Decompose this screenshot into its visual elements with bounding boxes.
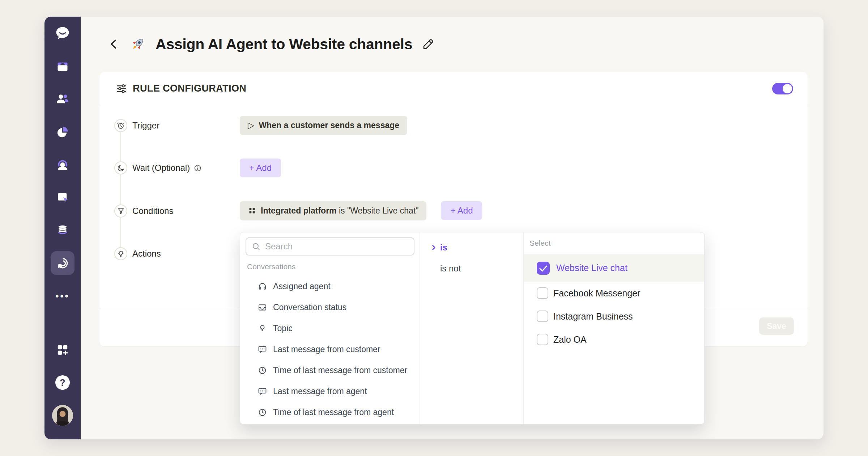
sliders-icon <box>116 83 127 94</box>
search-input[interactable] <box>264 241 409 252</box>
sidebar-item-contacts[interactable] <box>51 87 75 111</box>
edit-pencil-icon[interactable] <box>422 38 435 51</box>
main-content: Assign AI Agent to Website channels RULE… <box>81 17 824 439</box>
field-list: Assigned agent Conversation status <box>240 276 420 423</box>
sidebar-item-automation[interactable] <box>51 251 75 275</box>
help-icon: ? <box>55 375 70 390</box>
rocket-icon <box>129 36 146 52</box>
checkbox[interactable] <box>537 334 548 345</box>
actions-label: Actions <box>132 249 161 259</box>
message-icon <box>258 345 267 354</box>
operator-is[interactable]: is <box>420 238 523 257</box>
conditions-content: Integrated platform is "Website Live cha… <box>240 201 482 220</box>
play-icon: ▷ <box>248 121 254 130</box>
actions-step: Actions <box>132 244 161 263</box>
apps-grid-icon <box>56 343 69 356</box>
search-icon <box>251 242 261 251</box>
wait-step-icon <box>114 161 127 174</box>
trigger-chip[interactable]: ▷ When a customer sends a message <box>240 116 407 135</box>
inbox-icon <box>56 60 69 73</box>
add-wait-button[interactable]: + Add <box>240 159 281 177</box>
trigger-label: Trigger <box>132 121 159 131</box>
sidebar-item-help[interactable]: ? <box>51 371 75 394</box>
trigger-step: Trigger <box>132 116 159 135</box>
value-column: Select Website Live chat Facebook Messen… <box>524 232 704 424</box>
add-condition-button[interactable]: + Add <box>441 201 482 220</box>
app-logo[interactable] <box>51 21 75 45</box>
checkbox-checked[interactable] <box>537 262 550 275</box>
database-icon <box>56 223 69 236</box>
card-header: RULE CONFIGURATION <box>99 72 808 105</box>
rule-enabled-toggle[interactable] <box>772 83 793 94</box>
trigger-step-icon <box>114 119 127 132</box>
message-icon <box>258 387 267 396</box>
operator-is-not[interactable]: is not <box>420 259 523 278</box>
app-window: ••• ? <box>44 17 824 439</box>
lightbulb-icon <box>258 324 267 333</box>
field-item-last-message-customer[interactable]: Last message from customer <box>240 339 420 360</box>
trigger-content: ▷ When a customer sends a message <box>240 116 407 135</box>
sidebar-item-website-channel[interactable] <box>51 185 75 209</box>
page-title: Assign AI Agent to Website channels <box>156 36 412 53</box>
sidebar-item-more[interactable]: ••• <box>51 284 75 308</box>
sidebar: ••• ? <box>44 17 81 439</box>
moon-icon <box>117 164 125 172</box>
field-item-time-last-message-customer[interactable]: Time of last message from customer <box>240 360 420 381</box>
wait-step: Wait (Optional) <box>132 159 202 177</box>
funnel-icon <box>117 207 125 215</box>
pie-chart-icon <box>56 126 69 139</box>
checkbox[interactable] <box>537 287 548 299</box>
back-icon[interactable] <box>108 38 120 50</box>
timeline-connector <box>120 126 121 254</box>
sidebar-item-inbox[interactable] <box>51 55 75 79</box>
browser-cursor-icon <box>56 191 69 204</box>
avatar <box>52 405 73 426</box>
grid-icon <box>248 206 256 215</box>
field-item-assigned-agent[interactable]: Assigned agent <box>240 276 420 297</box>
field-item-topic[interactable]: Topic <box>240 318 420 339</box>
field-item-time-last-message-agent[interactable]: Time of last message from agent <box>240 402 420 423</box>
select-label: Select <box>529 239 550 248</box>
wait-content: + Add <box>240 159 281 177</box>
option-zalo-oa[interactable]: Zalo OA <box>524 328 704 351</box>
group-label: Conversations <box>247 262 295 271</box>
more-icon: ••• <box>55 291 69 302</box>
checkbox[interactable] <box>537 311 548 322</box>
field-column: Conversations Assigned agent <box>240 232 420 424</box>
user-menu[interactable] <box>51 404 75 427</box>
option-facebook-messenger[interactable]: Facebook Messenger <box>524 282 704 305</box>
field-item-last-message-agent[interactable]: Last message from agent <box>240 381 420 402</box>
field-item-conversation-status[interactable]: Conversation status <box>240 297 420 318</box>
alarm-icon <box>116 121 125 130</box>
actions-step-icon <box>114 247 127 260</box>
condition-dropdown: Conversations Assigned agent <box>240 232 705 425</box>
card-title: RULE CONFIGURATION <box>133 83 772 94</box>
chat-logo-icon <box>55 25 71 41</box>
operator-column: is is not <box>420 232 524 424</box>
sidebar-item-database[interactable] <box>51 217 75 241</box>
clock-icon <box>258 366 267 375</box>
conditions-label: Conditions <box>132 206 173 216</box>
condition-text: Integrated platform is "Website Live cha… <box>261 206 418 216</box>
inbox-icon <box>258 303 267 312</box>
automation-icon <box>56 256 69 270</box>
agent-headset-icon <box>56 158 69 172</box>
sidebar-item-apps[interactable] <box>51 338 75 362</box>
search-box <box>246 237 414 256</box>
option-instagram-business[interactable]: Instagram Business <box>524 305 704 328</box>
sidebar-item-reports[interactable] <box>51 120 75 144</box>
option-website-live-chat[interactable]: Website Live chat <box>524 254 704 282</box>
lightbulb-icon <box>116 249 125 258</box>
clock-icon <box>258 408 267 417</box>
sidebar-item-agents[interactable] <box>51 153 75 177</box>
chevron-right-icon <box>430 244 437 251</box>
info-icon <box>193 164 202 172</box>
page-header: Assign AI Agent to Website channels <box>108 33 435 55</box>
wait-label: Wait (Optional) <box>132 163 190 173</box>
conditions-step: Conditions <box>132 202 173 220</box>
contacts-icon <box>56 92 69 106</box>
condition-chip[interactable]: Integrated platform is "Website Live cha… <box>240 201 426 220</box>
save-button[interactable]: Save <box>759 317 794 335</box>
conditions-step-icon <box>114 204 127 218</box>
headphones-icon <box>258 282 267 291</box>
